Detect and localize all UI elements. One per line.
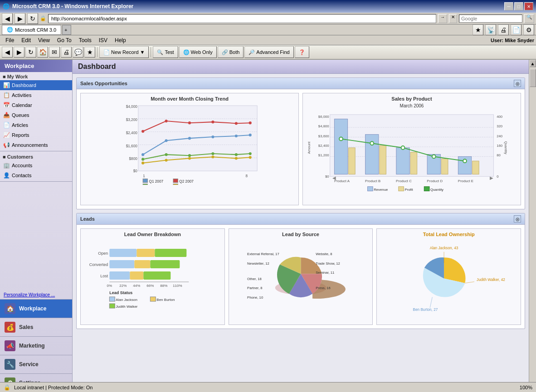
- page-button[interactable]: 📄: [511, 24, 521, 35]
- month-over-month-chart: Month over Month Closing Trend $4: [80, 93, 299, 205]
- new-tab-button[interactable]: +: [62, 25, 71, 35]
- toolbar-home[interactable]: 🏠: [37, 47, 48, 58]
- svg-text:$800: $800: [129, 157, 138, 161]
- svg-text:Partner, 8: Partner, 8: [247, 286, 262, 290]
- menu-view[interactable]: View: [34, 36, 54, 44]
- sales-by-product-title: Sales by Product: [306, 96, 518, 102]
- close-button[interactable]: ✕: [524, 2, 533, 10]
- svg-text:Q4 2006: Q4 2006: [149, 184, 164, 185]
- toolbar-fav2[interactable]: ★: [84, 47, 95, 58]
- menu-file[interactable]: File: [2, 36, 18, 44]
- web-only-icon: 🌐: [183, 49, 190, 55]
- svg-rect-102: [130, 271, 143, 280]
- menu-help[interactable]: Help: [111, 36, 130, 44]
- toolbar-refresh[interactable]: ↻: [25, 47, 36, 58]
- toolbar-forward[interactable]: ▶: [14, 47, 24, 58]
- search-input[interactable]: [459, 15, 522, 23]
- sidebar-nav-marketing[interactable]: 📣 Marketing: [0, 336, 72, 355]
- svg-point-16: [211, 136, 214, 138]
- svg-text:Quantity: Quantity: [430, 188, 443, 192]
- toolbar-back[interactable]: ◀: [2, 47, 13, 58]
- svg-point-22: [211, 121, 214, 123]
- toolbar-mail[interactable]: ✉: [49, 47, 60, 58]
- sales-opportunities-header: Sales Opportunities ◎: [77, 78, 525, 89]
- back-button[interactable]: ◀: [2, 13, 13, 24]
- toolbar-discuss[interactable]: 💬: [73, 47, 83, 58]
- search-button[interactable]: 🔍: [524, 14, 534, 23]
- forward-button[interactable]: ▶: [15, 13, 25, 24]
- content-scrollbar[interactable]: ▲ ▼: [529, 60, 536, 392]
- minimize-button[interactable]: ─: [504, 2, 513, 10]
- svg-text:Product D: Product D: [427, 179, 443, 183]
- content-area: Dashboard Sales Opportunities ◎ Month ov…: [73, 60, 529, 392]
- scroll-thumb[interactable]: [530, 69, 536, 87]
- svg-rect-39: [173, 179, 178, 183]
- web-only-button[interactable]: 🌐 Web Only: [179, 46, 217, 58]
- addr-label: 🔒: [40, 15, 46, 21]
- toolbar-print2[interactable]: 🖨: [61, 47, 72, 58]
- svg-text:0: 0: [497, 174, 499, 179]
- feeds-button[interactable]: 📡: [485, 24, 496, 35]
- sidebar-item-reports[interactable]: 📈 Reports: [0, 130, 72, 140]
- favorites-button[interactable]: ★: [473, 24, 483, 35]
- both-button[interactable]: 🔗 Both: [218, 46, 244, 58]
- scroll-up-button[interactable]: ▲: [530, 60, 536, 67]
- customers-label: ■ Customers: [0, 152, 72, 160]
- workplace-nav-icon: 🏠: [5, 303, 15, 314]
- sales-charts-row: Month over Month Closing Trend $4: [80, 93, 521, 205]
- svg-text:Ben Burton, 27: Ben Burton, 27: [413, 308, 438, 312]
- sales-opportunities-body: Month over Month Closing Trend $4: [77, 89, 525, 209]
- menu-edit[interactable]: Edit: [18, 36, 34, 44]
- svg-rect-98: [134, 260, 150, 268]
- menu-isv[interactable]: ISV: [95, 36, 111, 44]
- sidebar-item-articles[interactable]: 📄 Articles: [0, 120, 72, 130]
- svg-text:Product B: Product B: [365, 179, 380, 183]
- sidebar-item-activities[interactable]: 📋 Activities: [0, 90, 72, 100]
- personalize-link[interactable]: Personalize Workplace ...: [0, 290, 72, 299]
- menu-tools[interactable]: Tools: [75, 36, 95, 44]
- lead-by-source-chart: Lead by Source: [229, 228, 373, 325]
- svg-rect-65: [349, 148, 356, 174]
- address-input[interactable]: [48, 14, 436, 23]
- svg-rect-43: [173, 184, 178, 185]
- new-record-button[interactable]: 📄 New Record ▼: [99, 46, 149, 58]
- svg-rect-94: [136, 249, 155, 257]
- help-button[interactable]: ❓: [295, 46, 309, 58]
- menu-goto[interactable]: Go To: [54, 36, 75, 44]
- sidebar-item-dashboard[interactable]: 📊 Dashboard: [0, 80, 72, 90]
- tools-button[interactable]: ⚙: [523, 24, 534, 35]
- svg-point-77: [432, 155, 436, 159]
- sidebar-item-contacts[interactable]: 👤 Contacts: [0, 170, 72, 180]
- sidebar-item-announcements[interactable]: 📢 Announcements: [0, 140, 72, 150]
- sidebar-item-accounts[interactable]: 🏢 Accounts: [0, 160, 72, 170]
- svg-text:160: 160: [497, 144, 503, 148]
- svg-point-27: [188, 154, 191, 157]
- main-layout: Workplace ■ My Work 📊 Dashboard 📋 Activi…: [0, 60, 536, 392]
- svg-point-13: [141, 153, 144, 156]
- svg-text:Q3 2006: Q3 2006: [179, 184, 194, 185]
- tab-bar: 🌐 Microsoft CRM 3.0 + ★ 📡 🖨 📄 ⚙: [0, 24, 536, 35]
- sales-opportunities-panel: Sales Opportunities ◎ Month over Month C…: [76, 77, 525, 209]
- restore-button[interactable]: □: [514, 2, 523, 10]
- go-button[interactable]: →: [438, 14, 447, 23]
- sidebar-item-queues[interactable]: 📥 Queues: [0, 110, 72, 120]
- sales-opportunities-expand[interactable]: ◎: [514, 80, 521, 87]
- svg-point-32: [165, 159, 167, 161]
- sidebar-nav-service[interactable]: 🔧 Service: [0, 355, 72, 373]
- svg-text:Product A: Product A: [334, 179, 350, 183]
- month-over-month-svg: $4,000 $3,200 $2,400 $1,600 $800 $0 1 8: [83, 103, 296, 185]
- svg-text:Seminar, 11: Seminar, 11: [316, 271, 334, 275]
- stop-button[interactable]: ✕: [449, 14, 457, 23]
- sidebar-item-calendar[interactable]: 📅 Calendar: [0, 100, 72, 110]
- refresh-button[interactable]: ↻: [27, 13, 38, 24]
- lead-by-source-title: Lead by Source: [232, 232, 370, 237]
- advanced-find-button[interactable]: 🔎 Advanced Find: [244, 46, 293, 58]
- svg-point-26: [165, 153, 167, 156]
- sidebar-nav-workplace[interactable]: 🏠 Workplace: [0, 299, 72, 318]
- svg-point-15: [188, 137, 191, 140]
- test-button[interactable]: 🔍 Test: [153, 46, 178, 58]
- print-button[interactable]: 🖨: [498, 24, 509, 35]
- sidebar-nav-sales[interactable]: 💰 Sales: [0, 318, 72, 336]
- leads-expand[interactable]: ◎: [514, 215, 521, 223]
- active-tab[interactable]: 🌐 Microsoft CRM 3.0: [2, 25, 61, 35]
